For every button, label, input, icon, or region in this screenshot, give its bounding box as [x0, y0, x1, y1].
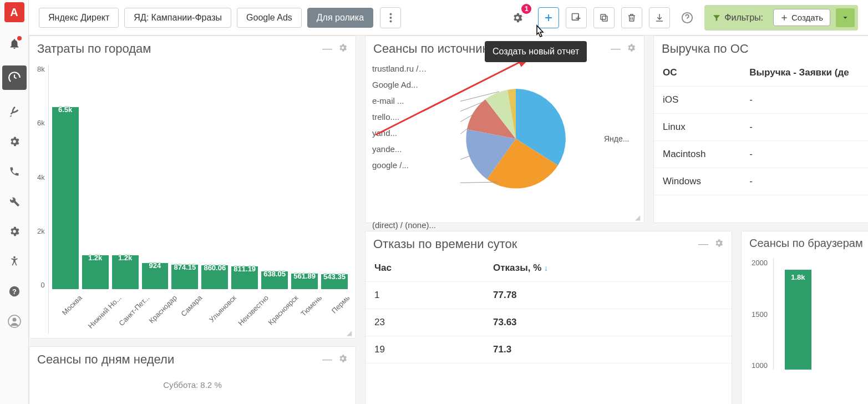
bar-value-label: 874.15 — [174, 263, 196, 271]
bounces-table: Час Отказы, % ↓ 177.782373.631971.3 — [366, 255, 732, 363]
more-menu-button[interactable] — [380, 7, 401, 28]
add-widget-button[interactable] — [566, 7, 587, 28]
os-value: - — [740, 168, 868, 195]
report-tabs: Яндекс Директ ЯД: Кампании-Фразы Google … — [39, 8, 373, 28]
widget-settings-icon[interactable] — [626, 43, 636, 55]
revenue-col-header[interactable]: Выручка - Заявки (де — [740, 59, 868, 87]
pie-legend-item[interactable]: yand... — [372, 128, 428, 138]
accessibility-icon[interactable] — [6, 253, 23, 270]
filters-dropdown-button[interactable] — [836, 8, 855, 27]
widget-minimize-icon[interactable]: — — [322, 354, 332, 366]
filters-panel: Фильтры: Создать — [704, 5, 858, 31]
widget-bounces-by-hour: Отказы по времени суток — Час Отказы, — [365, 231, 732, 404]
svg-point-0 — [13, 256, 16, 259]
weekday-hint: Суббота: 8.2 % — [29, 370, 356, 390]
bounce-value: 71.3 — [484, 336, 732, 363]
bar-6[interactable]: 811.19 — [231, 266, 258, 289]
tab-yd-campaigns[interactable]: ЯД: Кампании-Фразы — [124, 8, 231, 28]
notifications-dot — [17, 36, 22, 41]
bar-category-label: Тюмень — [299, 294, 323, 318]
widget-settings-icon[interactable] — [714, 238, 724, 251]
table-row[interactable]: Windows- — [654, 168, 868, 195]
bar-value-label: 811.19 — [234, 265, 256, 273]
app-logo[interactable]: A — [4, 2, 24, 22]
widget-minimize-icon[interactable]: — — [611, 43, 621, 55]
filters-label[interactable]: Фильтры: — [708, 11, 768, 25]
widget-minimize-icon[interactable]: — — [698, 238, 708, 251]
tab-yandex-direct[interactable]: Яндекс Директ — [39, 8, 119, 28]
bar-5[interactable]: 860.06 — [201, 265, 228, 289]
widget-title: Сеансы по дням недели — [37, 352, 174, 367]
tab-google-ads[interactable]: Google Ads — [237, 8, 302, 28]
tools-icon[interactable] — [6, 193, 23, 210]
widget-sessions-by-source: Сеансы по источникам / кана... — trustla… — [365, 36, 644, 223]
pie-legend-right: Янде... — [604, 64, 637, 214]
widget-settings-icon[interactable] — [338, 43, 348, 55]
pie-chart — [430, 64, 602, 214]
bounce-value: 77.78 — [484, 282, 732, 309]
os-value: - — [740, 141, 868, 168]
table-row[interactable]: Macintosh- — [654, 141, 868, 168]
bar-1[interactable]: 1.2k — [82, 255, 109, 289]
widget-minimize-icon[interactable]: — — [322, 43, 332, 55]
widget-title: Отказы по времени суток — [373, 237, 517, 251]
report-settings-button[interactable]: 1 — [507, 7, 528, 28]
settings-icon[interactable] — [6, 223, 23, 240]
table-row[interactable]: iOS- — [654, 87, 868, 114]
resize-handle-icon[interactable]: ◢ — [635, 214, 643, 221]
widget-settings-icon[interactable] — [338, 354, 348, 366]
delete-button[interactable] — [621, 7, 642, 28]
os-name: Macintosh — [654, 141, 740, 168]
bar-category-label: Москва — [60, 294, 83, 317]
download-button[interactable] — [649, 7, 670, 28]
table-row[interactable]: 2373.63 — [366, 309, 732, 336]
widget-expenses-by-city: Затраты по городам — 8k6k4k2k0 6.5k1.2k1… — [29, 36, 356, 339]
pie-legend-item[interactable]: trustland.ru / referral: 0... — [372, 64, 428, 73]
toolbar-help-button[interactable] — [677, 7, 698, 28]
notifications-icon[interactable] — [6, 36, 23, 52]
pie-legend-item[interactable]: google /... — [372, 160, 428, 170]
os-name: Linux — [654, 114, 740, 141]
copy-button[interactable] — [593, 7, 615, 28]
bar-2[interactable]: 1.2k — [112, 255, 139, 289]
phone-icon[interactable] — [6, 163, 23, 180]
bar-0[interactable]: 6.5k — [52, 107, 79, 289]
dashboard-icon[interactable] — [2, 65, 27, 90]
bounce-col-header[interactable]: Отказы, % ↓ — [484, 255, 732, 282]
tab-for-video[interactable]: Для ролика — [307, 8, 373, 28]
city-bar-chart: 8k6k4k2k0 6.5k1.2k1.2k924874.15860.06811… — [29, 59, 356, 334]
rocket-icon[interactable] — [6, 103, 23, 120]
bar-category-label: Пермь — [330, 294, 352, 315]
bar-9[interactable]: 543.35 — [321, 274, 348, 289]
resize-handle-icon[interactable]: ◢ — [347, 329, 354, 337]
create-report-button[interactable] — [538, 7, 559, 28]
help-icon[interactable]: ? — [6, 283, 23, 300]
user-avatar-icon[interactable] — [6, 313, 23, 330]
table-row[interactable]: Linux- — [654, 114, 868, 141]
svg-point-5 — [389, 13, 392, 15]
pie-legend-item[interactable]: yande... — [372, 144, 428, 154]
toolbar: Яндекс Директ ЯД: Кампании-Фразы Google … — [29, 0, 868, 36]
browser-bar-chart: 200015001000 1.8k — [742, 253, 868, 404]
table-row[interactable]: 177.78 — [366, 282, 732, 309]
pie-legend-item[interactable]: e-mail ... — [372, 96, 428, 105]
pie-legend-item[interactable]: Google Ad... — [372, 80, 428, 89]
bar-value-label: 1.2k — [118, 254, 132, 262]
bar-7[interactable]: 638.05 — [261, 271, 288, 289]
create-filter-button[interactable]: Создать — [773, 9, 830, 26]
bar-8[interactable]: 561.89 — [291, 274, 318, 289]
os-col-header[interactable]: ОС — [654, 59, 740, 87]
bar-3[interactable]: 924 — [142, 263, 169, 289]
bar-value-label: 860.06 — [204, 264, 226, 272]
pie-legend-item[interactable]: trello.... — [372, 112, 428, 122]
hour-value: 23 — [366, 309, 484, 336]
gears-icon[interactable] — [6, 133, 23, 150]
bounce-value: 73.63 — [484, 309, 732, 336]
table-row[interactable]: 1971.3 — [366, 336, 732, 363]
bar-4[interactable]: 874.15 — [171, 265, 198, 289]
hour-col-header[interactable]: Час — [366, 255, 484, 282]
svg-point-4 — [12, 318, 16, 322]
hour-value: 1 — [366, 282, 484, 309]
svg-rect-10 — [601, 14, 606, 19]
svg-text:?: ? — [12, 287, 17, 296]
